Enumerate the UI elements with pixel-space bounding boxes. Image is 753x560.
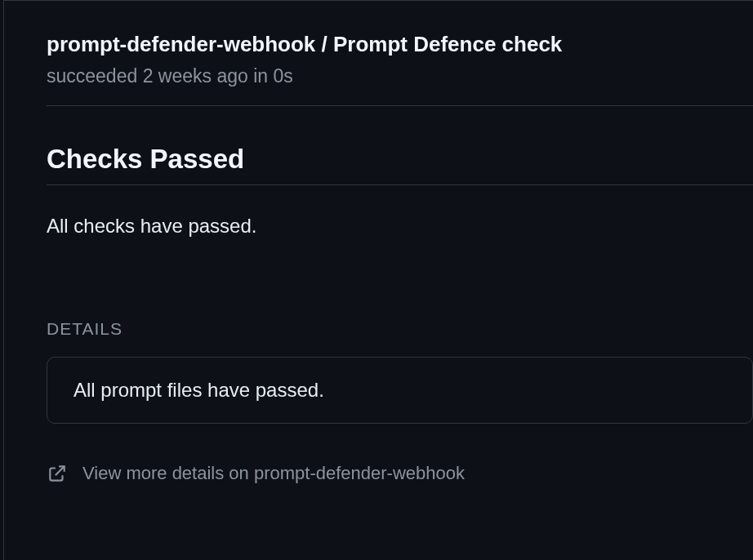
external-link-icon	[47, 463, 68, 484]
divider	[47, 105, 753, 106]
status-verb: succeeded	[47, 65, 137, 87]
check-title: prompt-defender-webhook / Prompt Defence…	[47, 29, 753, 60]
details-box: All prompt files have passed.	[47, 357, 753, 424]
details-label: DETAILS	[47, 319, 753, 339]
check-status-line: succeeded 2 weeks ago in 0s	[47, 65, 753, 87]
view-more-app-name: prompt-defender-webhook	[254, 463, 465, 483]
status-time-ago: 2 weeks ago	[143, 65, 248, 87]
check-header: prompt-defender-webhook / Prompt Defence…	[47, 29, 753, 105]
result-heading: Checks Passed	[47, 144, 753, 185]
check-run-panel: prompt-defender-webhook / Prompt Defence…	[3, 0, 753, 560]
view-more-prefix: View more details on	[82, 463, 249, 483]
status-duration: 0s	[273, 65, 292, 87]
view-more-link[interactable]: View more details on prompt-defender-web…	[47, 463, 753, 484]
status-duration-prefix: in	[253, 65, 268, 87]
details-message: All prompt files have passed.	[74, 379, 324, 401]
view-more-text: View more details on prompt-defender-web…	[82, 463, 465, 484]
result-body: All checks have passed.	[47, 215, 753, 238]
